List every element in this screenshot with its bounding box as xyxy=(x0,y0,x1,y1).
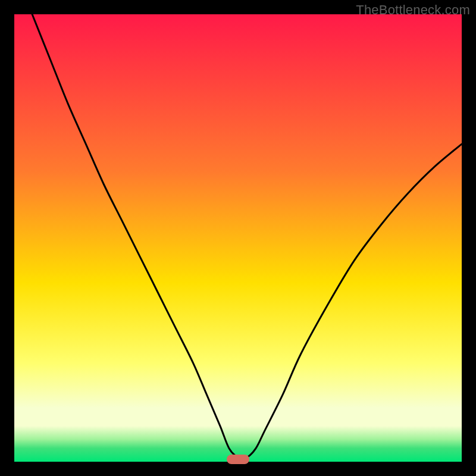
plot-frame xyxy=(14,14,462,462)
bottleneck-curve xyxy=(14,14,462,462)
optimal-marker xyxy=(227,455,249,464)
plot-area xyxy=(14,14,462,462)
attribution-text: TheBottleneck.com xyxy=(356,2,470,18)
